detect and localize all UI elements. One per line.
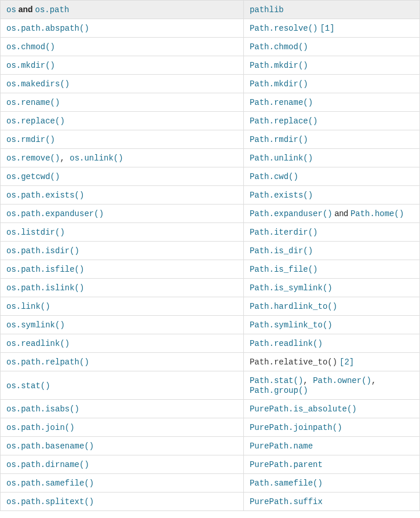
api-link[interactable]: os.readlink() [6, 339, 70, 348]
api-link[interactable]: os.path.samefile() [6, 479, 94, 488]
api-link[interactable]: os.chmod() [6, 42, 55, 52]
api-link[interactable]: [1] [320, 24, 334, 33]
api-link[interactable]: Path.samefile() [250, 479, 323, 488]
api-link[interactable]: Path.unlink() [250, 154, 313, 163]
cell-pathlib: Path.unlink() [243, 149, 419, 167]
api-link[interactable]: os.path.isfile() [6, 265, 84, 274]
cell-os: os.path.islink() [1, 279, 244, 297]
api-link[interactable]: os.listdir() [6, 228, 65, 237]
api-link[interactable]: os.remove() [6, 154, 60, 163]
api-link[interactable]: os.mkdir() [6, 61, 55, 70]
cell-os: os.replace() [1, 112, 244, 130]
api-link[interactable]: os.getcwd() [6, 172, 60, 181]
api-link[interactable]: Path.symlink_to() [250, 320, 333, 330]
cell-pathlib: Path.is_dir() [243, 242, 419, 260]
api-link[interactable]: Path.is_file() [250, 265, 318, 274]
sep-text: , [60, 154, 70, 163]
table-row: os.path.expanduser()Path.expanduser() an… [1, 205, 420, 223]
header-os-link[interactable]: os [6, 5, 16, 14]
cell-pathlib: Path.expanduser() and Path.home() [243, 205, 419, 223]
and-text: and [333, 209, 350, 218]
api-link[interactable]: Path.home() [350, 209, 404, 218]
cell-pathlib: PurePath.joinpath() [243, 418, 419, 437]
api-link[interactable]: os.unlink() [70, 154, 123, 163]
table-row: os.path.abspath()Path.resolve() [1] [1, 19, 420, 38]
api-link[interactable]: os.path.isdir() [6, 246, 79, 256]
api-link[interactable]: os.path.expanduser() [6, 209, 104, 218]
api-link[interactable]: Path.readlink() [250, 339, 323, 348]
header-ospath-link[interactable]: os.path [35, 5, 69, 14]
api-link[interactable]: Path.group() [250, 386, 308, 395]
cell-pathlib: PurePath.is_absolute() [243, 400, 419, 418]
api-link[interactable]: PurePath.is_absolute() [250, 404, 357, 414]
header-pathlib: pathlib [243, 1, 419, 19]
api-link[interactable]: os.path.join() [6, 423, 75, 432]
api-link[interactable]: os.makedirs() [6, 79, 70, 89]
cell-os: os.stat() [1, 371, 244, 400]
api-link[interactable]: Path.expanduser() [250, 209, 333, 218]
api-link[interactable]: Path.chmod() [250, 42, 308, 52]
cell-pathlib: Path.chmod() [243, 38, 419, 56]
api-link[interactable]: os.path.exists() [6, 191, 84, 200]
api-link[interactable]: Path.rename() [250, 98, 313, 107]
table-row: os.path.basename()PurePath.name [1, 437, 420, 455]
api-link[interactable]: os.replace() [6, 116, 65, 126]
cell-pathlib: Path.is_file() [243, 260, 419, 279]
api-link[interactable]: os.path.splitext() [6, 497, 94, 506]
api-link[interactable]: PurePath.joinpath() [250, 423, 342, 432]
api-link[interactable]: PurePath.suffix [250, 497, 323, 506]
api-link[interactable]: os.path.abspath() [6, 24, 89, 33]
sep-text: , [371, 376, 376, 385]
cell-pathlib: Path.cwd() [243, 167, 419, 186]
cell-os: os.rename() [1, 93, 244, 112]
table-body: os.path.abspath()Path.resolve() [1]os.ch… [1, 19, 420, 511]
table-row: os.path.exists()Path.exists() [1, 186, 420, 205]
api-link[interactable]: os.stat() [6, 381, 50, 391]
cell-pathlib: Path.samefile() [243, 474, 419, 493]
api-link[interactable]: PurePath.name [250, 442, 313, 451]
cell-os: os.path.samefile() [1, 474, 244, 493]
api-link[interactable]: os.path.relpath() [6, 358, 89, 367]
cell-os: os.link() [1, 297, 244, 316]
api-link[interactable]: Path.hardlink_to() [250, 302, 337, 311]
header-os: os and os.path [1, 1, 244, 19]
api-link[interactable]: os.path.islink() [6, 283, 84, 293]
cell-pathlib: Path.symlink_to() [243, 316, 419, 334]
cell-os: os.getcwd() [1, 167, 244, 186]
api-link[interactable]: Path.is_dir() [250, 246, 313, 256]
api-link[interactable]: os.path.isabs() [6, 404, 79, 414]
api-link[interactable]: os.path.dirname() [6, 460, 89, 469]
api-link[interactable]: Path.stat() [250, 376, 303, 385]
api-link[interactable]: Path.resolve() [250, 24, 318, 33]
cell-os: os.listdir() [1, 223, 244, 242]
cell-os: os.symlink() [1, 316, 244, 334]
table-row: os.rmdir()Path.rmdir() [1, 130, 420, 149]
cell-pathlib: Path.readlink() [243, 334, 419, 353]
api-link[interactable]: Path.iterdir() [250, 228, 318, 237]
api-link[interactable]: os.symlink() [6, 320, 65, 330]
api-link[interactable]: Path.rmdir() [250, 135, 308, 144]
api-link[interactable]: os.path.basename() [6, 442, 94, 451]
header-pathlib-link[interactable]: pathlib [250, 5, 284, 14]
api-link[interactable]: Path.owner() [313, 376, 371, 385]
api-link[interactable]: Path.is_symlink() [250, 283, 333, 293]
api-link[interactable]: Path.mkdir() [250, 61, 308, 70]
api-link[interactable]: os.link() [6, 302, 50, 311]
api-link[interactable]: Path.mkdir() [250, 79, 308, 89]
api-link[interactable]: Path.cwd() [250, 172, 298, 181]
cell-os: os.path.dirname() [1, 455, 244, 474]
api-link[interactable]: Path.exists() [250, 191, 313, 200]
api-link[interactable]: os.rename() [6, 98, 60, 107]
api-link[interactable]: os.rmdir() [6, 135, 55, 144]
table-row: os.path.splitext()PurePath.suffix [1, 493, 420, 511]
cell-os: os.path.isabs() [1, 400, 244, 418]
api-link[interactable]: Path.replace() [250, 116, 318, 126]
api-link[interactable]: PurePath.parent [250, 460, 323, 469]
cell-pathlib: Path.mkdir() [243, 56, 419, 75]
cell-os: os.path.join() [1, 418, 244, 437]
api-link[interactable]: [2] [339, 358, 354, 367]
cell-pathlib: Path.is_symlink() [243, 279, 419, 297]
cell-pathlib: Path.hardlink_to() [243, 297, 419, 316]
cell-pathlib: Path.relative_to() [2] [243, 353, 419, 371]
table-row: os.path.samefile()Path.samefile() [1, 474, 420, 493]
